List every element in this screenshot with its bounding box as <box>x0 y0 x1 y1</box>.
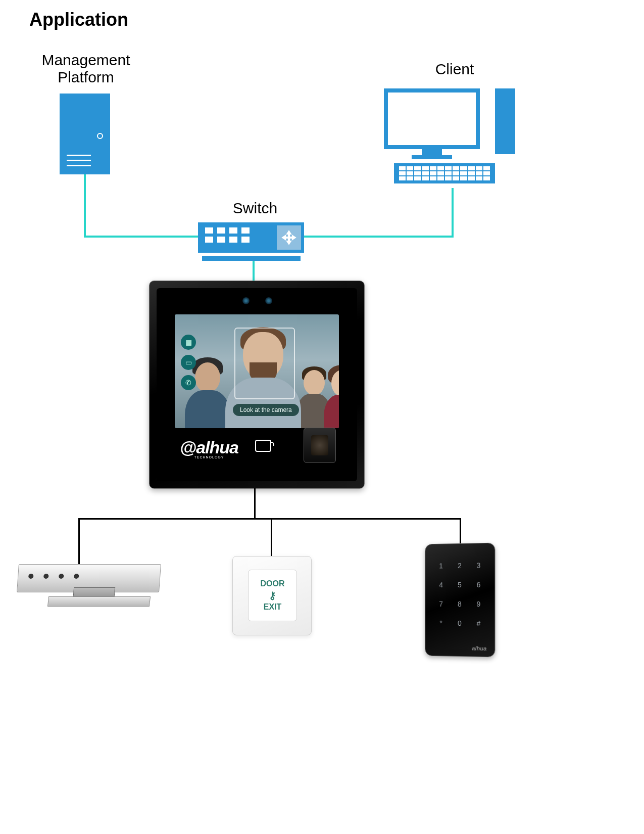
wire-client-down <box>452 188 454 238</box>
fingerprint-reader-icon <box>304 428 336 463</box>
key: 8 <box>454 596 465 612</box>
key: 2 <box>454 558 465 573</box>
network-switch-icon <box>198 222 304 253</box>
face-detection-frame <box>234 328 295 399</box>
switch-ports-icon <box>205 227 250 243</box>
wire-server-down <box>84 174 86 238</box>
label-client: Client <box>414 61 495 78</box>
switch-base-icon <box>202 256 301 261</box>
label-management-platform: Management Platform <box>30 52 141 86</box>
brand-logo: @alhua TECHNOLOGY <box>180 438 238 459</box>
wire-terminal-down <box>254 488 256 518</box>
wire-switch-terminal <box>253 261 255 281</box>
server-led-icon <box>97 133 103 139</box>
door-exit-button: DOOR ⚷ EXIT <box>232 556 312 635</box>
key: 6 <box>473 577 485 592</box>
exit-line1: DOOR <box>261 579 285 588</box>
keypad-brand-logo: alhua <box>472 645 486 652</box>
key: * <box>435 616 447 631</box>
key: 7 <box>435 596 447 612</box>
wire-to-keypad <box>460 518 461 544</box>
wire-to-maglock <box>78 518 80 566</box>
client-pc-icon <box>384 88 515 190</box>
key: 4 <box>435 577 447 592</box>
keyboard-icon <box>394 163 495 183</box>
diagram-page: Application Management Platform Client S… <box>0 0 644 834</box>
key: # <box>473 616 485 631</box>
keypad-keys: 1 2 3 4 5 6 7 8 9 * 0 # <box>435 558 484 631</box>
switch-routing-icon <box>277 225 301 250</box>
terminal-screen: ▦ ▭ ✆ Look at the camera <box>175 314 339 428</box>
wire-bus-horizontal <box>78 518 461 520</box>
screen-prompt: Look at the camera <box>233 404 299 416</box>
key: 5 <box>454 577 465 592</box>
monitor-icon <box>384 88 480 149</box>
wire-client-left <box>303 236 454 238</box>
exit-button-face: DOOR ⚷ EXIT <box>248 570 297 621</box>
key: 0 <box>454 616 465 631</box>
server-icon <box>60 94 110 174</box>
screen-card-icon: ▭ <box>181 355 196 370</box>
card-reader-icon <box>255 440 271 452</box>
camera-lens-icon <box>265 297 272 304</box>
screen-menu-icon: ▦ <box>181 335 196 350</box>
magnetic-lock-icon <box>18 564 164 625</box>
key-icon: ⚷ <box>269 589 276 601</box>
pc-tower-icon <box>495 88 515 154</box>
face-terminal: ▦ ▭ ✆ Look at the camera @alhua TECHNOLO… <box>149 281 365 489</box>
page-title: Application <box>29 9 128 30</box>
exit-line2: EXIT <box>264 603 282 612</box>
server-vent-icon <box>67 151 91 166</box>
key: 1 <box>435 558 447 573</box>
label-switch: Switch <box>225 200 285 217</box>
wire-server-right <box>84 236 199 238</box>
person-icon <box>324 357 339 428</box>
screen-call-icon: ✆ <box>181 375 196 390</box>
camera-lens-icon <box>242 297 250 304</box>
wire-to-exitbutton <box>271 518 272 558</box>
key: 3 <box>473 558 485 573</box>
keypad-reader: 1 2 3 4 5 6 7 8 9 * 0 # alhua <box>425 543 495 658</box>
key: 9 <box>473 596 485 612</box>
